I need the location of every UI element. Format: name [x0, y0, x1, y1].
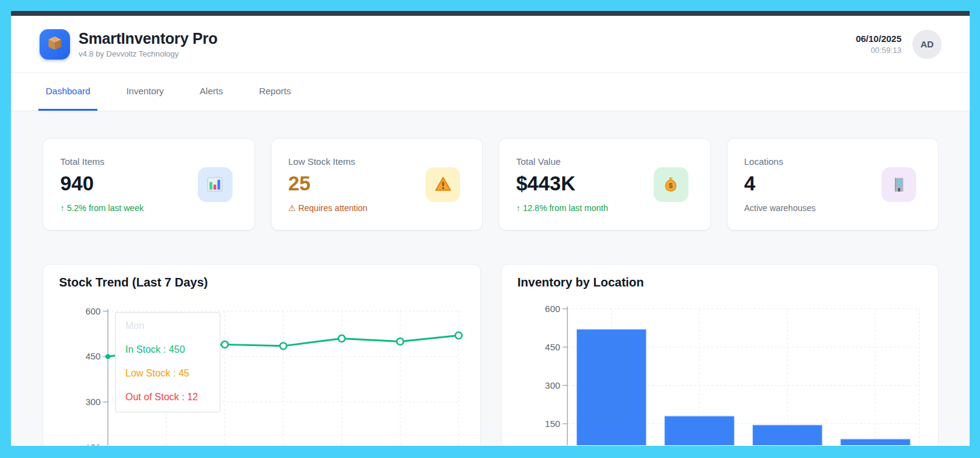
tooltip-title: Mon: [125, 321, 210, 331]
stat-card-total-items: Total Items 940 ↑ 5.2% from last week: [43, 138, 255, 231]
tab-inventory[interactable]: Inventory: [119, 73, 171, 111]
stat-value: 4: [744, 172, 816, 195]
bar: [576, 329, 646, 445]
svg-text:300: 300: [85, 397, 100, 407]
bar: [752, 425, 822, 445]
stat-card-locations: Locations 4 Active warehouses: [727, 138, 939, 231]
tooltip-in-stock: In Stock : 450: [125, 344, 210, 355]
data-point: [338, 335, 345, 342]
package-icon: [46, 35, 63, 54]
stat-label: Low Stock Items: [289, 156, 368, 167]
app-window: SmartInventory Pro v4.8 by Devvoltz Tech…: [11, 16, 970, 446]
stock-trend-card: Stock Trend (Last 7 Days) 600450300150 M…: [43, 264, 481, 445]
stat-card-total-value: Total Value $443K ↑ 12.8% from last mont…: [499, 138, 711, 231]
stats-row: Total Items 940 ↑ 5.2% from last week Lo…: [43, 138, 939, 231]
stat-info: Low Stock Items 25 ⚠ Requires attention: [289, 156, 368, 213]
stat-value: $443K: [516, 172, 608, 195]
svg-text:$: $: [669, 182, 673, 189]
bar-chart-plot: 600450300150: [545, 304, 919, 445]
tooltip-low-stock: Low Stock : 45: [125, 368, 210, 379]
stat-delta: ⚠ Requires attention: [289, 203, 368, 213]
office-building-icon: [881, 167, 916, 202]
bar: [841, 439, 910, 445]
data-point: [105, 354, 110, 359]
svg-text:450: 450: [85, 351, 100, 361]
money-bag-icon: $: [654, 167, 688, 202]
stock-trend-line-chart[interactable]: 600450300150: [43, 265, 480, 445]
tab-reports[interactable]: Reports: [251, 73, 298, 111]
header-right: 06/10/2025 00:59:13 AD: [856, 30, 942, 59]
page-title: SmartInventory Pro: [79, 30, 217, 47]
warning-icon: [425, 167, 460, 202]
chart-tooltip: Mon In Stock : 450 Low Stock : 45 Out of…: [115, 312, 220, 412]
stat-info: Total Items 940 ↑ 5.2% from last week: [60, 156, 144, 213]
tab-dashboard[interactable]: Dashboard: [38, 73, 97, 111]
charts-row: Stock Trend (Last 7 Days) 600450300150 M…: [43, 264, 939, 445]
data-point: [222, 341, 228, 348]
app-subtitle: v4.8 by Devvoltz Technology: [79, 49, 217, 58]
tooltip-out-of-stock: Out of Stock : 12: [125, 392, 210, 403]
stat-delta: ↑ 5.2% from last week: [60, 203, 144, 213]
svg-text:600: 600: [85, 306, 100, 316]
app-logo: [40, 29, 70, 60]
app-header: SmartInventory Pro v4.8 by Devvoltz Tech…: [11, 16, 970, 73]
stat-label: Total Items: [60, 156, 144, 167]
svg-text:450: 450: [545, 342, 560, 352]
stat-value: 25: [289, 172, 368, 195]
inventory-bar-chart[interactable]: 600450300150: [502, 265, 938, 445]
brand-text: SmartInventory Pro v4.8 by Devvoltz Tech…: [79, 30, 217, 58]
date-label: 06/10/2025: [856, 33, 901, 44]
stat-delta: Active warehouses: [744, 203, 816, 213]
bar-chart-icon: [198, 167, 233, 202]
stat-label: Total Value: [516, 156, 608, 167]
stat-delta: ↑ 12.8% from last month: [516, 203, 608, 213]
data-point: [455, 332, 462, 339]
time-label: 00:59:13: [856, 46, 901, 55]
stat-value: 940: [60, 172, 144, 195]
datetime: 06/10/2025 00:59:13: [856, 33, 901, 55]
stat-label: Locations: [744, 156, 816, 167]
bar: [665, 416, 734, 445]
top-strip: [11, 11, 970, 16]
svg-text:150: 150: [545, 418, 560, 429]
svg-text:300: 300: [545, 380, 560, 390]
stat-card-low-stock: Low Stock Items 25 ⚠ Requires attention: [271, 138, 483, 231]
svg-text:600: 600: [545, 304, 560, 314]
data-point: [397, 338, 404, 345]
nav-tabs: Dashboard Inventory Alerts Reports: [11, 73, 970, 111]
stat-info: Total Value $443K ↑ 12.8% from last mont…: [516, 156, 608, 213]
tab-alerts[interactable]: Alerts: [192, 73, 230, 111]
inventory-by-location-card: Inventory by Location 600450300150: [501, 264, 939, 445]
dashboard-content: Total Items 940 ↑ 5.2% from last week Lo…: [11, 111, 970, 445]
data-point: [280, 342, 287, 349]
avatar[interactable]: AD: [912, 30, 942, 59]
stat-info: Locations 4 Active warehouses: [744, 156, 816, 213]
svg-text:150: 150: [85, 442, 100, 445]
brand: SmartInventory Pro v4.8 by Devvoltz Tech…: [40, 29, 217, 60]
